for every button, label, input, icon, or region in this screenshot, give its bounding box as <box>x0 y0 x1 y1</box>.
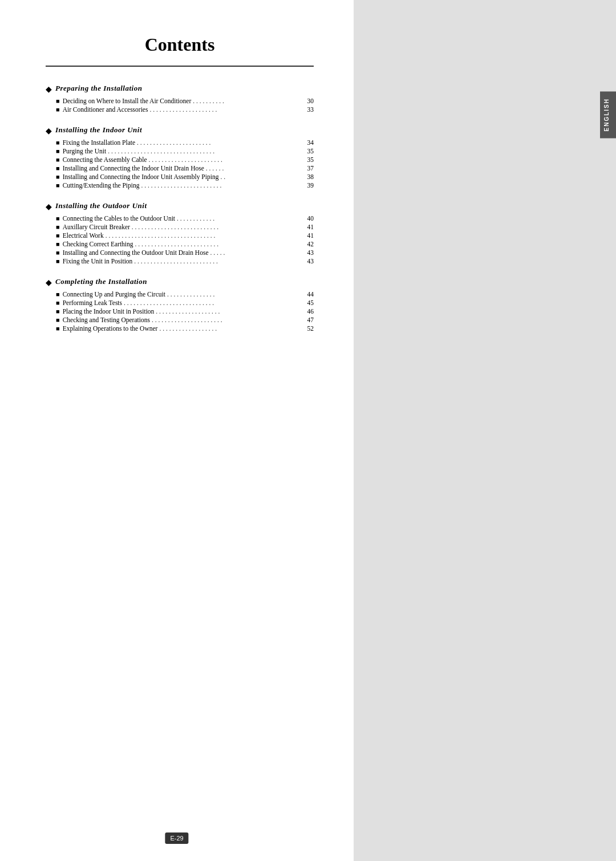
diamond-icon: ◆ <box>46 278 52 287</box>
entry-label: Installing and Connecting the Indoor Uni… <box>63 173 219 180</box>
toc-entry: ■Cutting/Extending the Piping. . . . . .… <box>46 182 314 189</box>
toc-entry: ■Connecting the Assembly Cable. . . . . … <box>46 156 314 163</box>
entry-bullet: ■ <box>56 316 60 323</box>
entry-page: 52 <box>299 325 314 332</box>
entry-label: Installing and Connecting the Indoor Uni… <box>63 165 204 172</box>
toc-container: ◆Preparing the Installation■Deciding on … <box>46 84 314 332</box>
entry-label: Placing the Indoor Unit in Position <box>63 308 155 315</box>
entry-dots: . . . . . . <box>206 165 298 172</box>
diamond-icon: ◆ <box>46 126 52 136</box>
toc-entry: ■Fixing the Unit in Position. . . . . . … <box>46 258 314 265</box>
entry-dots: . . . . . . . . . . . . . . . <box>167 291 298 298</box>
entry-page: 47 <box>299 316 314 323</box>
toc-entry: ■Deciding on Where to Install the Air Co… <box>46 98 314 104</box>
toc-entry: ■Installing and Connecting the Indoor Un… <box>46 173 314 180</box>
toc-entry: ■Explaining Operations to the Owner. . .… <box>46 325 314 332</box>
entry-bullet: ■ <box>56 173 60 180</box>
entry-label: Fixing the Installation Plate <box>63 139 135 146</box>
entry-dots: . . . . . . . . . . . . . . . . . . . . <box>156 308 298 315</box>
entry-label: Checking Correct Earthing <box>63 241 133 247</box>
title-divider <box>46 66 314 67</box>
entry-page: 35 <box>299 148 314 155</box>
entry-bullet: ■ <box>56 215 60 222</box>
entry-page: 43 <box>299 258 314 265</box>
toc-entry: ■Installing and Connecting the Indoor Un… <box>46 165 314 172</box>
page-title: Contents <box>46 34 314 55</box>
entry-bullet: ■ <box>56 224 60 230</box>
toc-entry: ■Auxillary Circuit Breaker. . . . . . . … <box>46 224 314 230</box>
entry-label: Explaining Operations to the Owner <box>63 325 158 332</box>
entry-bullet: ■ <box>56 182 60 189</box>
page-number: E-29 <box>170 835 183 842</box>
section-title-preparing: Preparing the Installation <box>55 84 142 93</box>
entry-label: Connecting the Assembly Cable <box>63 156 147 163</box>
entry-dots: . . . . . . . . . . . . <box>177 215 298 222</box>
toc-entry: ■Checking Correct Earthing. . . . . . . … <box>46 241 314 247</box>
entry-page: 41 <box>299 232 314 239</box>
toc-entry: ■Placing the Indoor Unit in Position. . … <box>46 308 314 315</box>
language-tab: ENGLISH <box>600 91 616 138</box>
entry-bullet: ■ <box>56 139 60 146</box>
entry-dots: . . . . . . . . . . . . . . . . . . . . … <box>149 156 298 163</box>
entry-bullet: ■ <box>56 156 60 163</box>
entry-bullet: ■ <box>56 299 60 306</box>
entry-label: Fixing the Unit in Position <box>63 258 133 265</box>
entry-page: 40 <box>299 215 314 222</box>
entry-page: 41 <box>299 224 314 230</box>
entry-label: Deciding on Where to Install the Air Con… <box>63 98 192 104</box>
entry-dots: . . . . . . . . . . . . . . . . . . . . … <box>124 299 298 306</box>
entry-page: 45 <box>299 299 314 306</box>
entry-page: 44 <box>299 291 314 298</box>
entry-bullet: ■ <box>56 106 60 113</box>
entry-bullet: ■ <box>56 308 60 315</box>
entry-bullet: ■ <box>56 291 60 298</box>
entry-page: 46 <box>299 308 314 315</box>
toc-entry: ■Connecting the Cables to the Outdoor Un… <box>46 215 314 222</box>
toc-entry: ■Installing and Connecting the Outdoor U… <box>46 249 314 256</box>
entry-dots: . . <box>220 173 298 180</box>
entry-dots: . . . . . . . . . . . . . . . . . . . . … <box>132 224 298 230</box>
entry-label: Performing Leak Tests <box>63 299 122 306</box>
section-title-outdoor: Installing the Outdoor Unit <box>55 201 147 210</box>
entry-label: Installing and Connecting the Outdoor Un… <box>63 249 209 256</box>
entry-bullet: ■ <box>56 148 60 155</box>
entry-label: Cutting/Extending the Piping <box>63 182 140 189</box>
entry-dots: . . . . . . . . . . . . . . . . . . . . … <box>141 182 298 189</box>
entry-dots: . . . . . . . . . . . . . . . . . . . . … <box>134 258 298 265</box>
entry-bullet: ■ <box>56 241 60 247</box>
entry-label: Checking and Testing Operations <box>63 316 150 323</box>
entry-page: 35 <box>299 156 314 163</box>
section-title-indoor: Installing the Indoor Unit <box>55 125 142 135</box>
entry-label: Purging the Unit <box>63 148 106 155</box>
toc-entry: ■Fixing the Installation Plate. . . . . … <box>46 139 314 146</box>
entry-label: Electrical Work <box>63 232 104 239</box>
entry-label: Connecting the Cables to the Outdoor Uni… <box>63 215 175 222</box>
entry-label: Auxillary Circuit Breaker <box>63 224 130 230</box>
entry-page: 43 <box>299 249 314 256</box>
entry-page: 39 <box>299 182 314 189</box>
entry-label: Connecting Up and Purging the Circuit <box>63 291 165 298</box>
entry-dots: . . . . . <box>210 249 298 256</box>
entry-dots: . . . . . . . . . . . . . . . . . . . . … <box>108 148 298 155</box>
entry-dots: . . . . . . . . . . . . . . . . . . . . … <box>152 316 298 323</box>
entry-bullet: ■ <box>56 258 60 265</box>
entry-page: 34 <box>299 139 314 146</box>
entry-bullet: ■ <box>56 249 60 256</box>
entry-bullet: ■ <box>56 232 60 239</box>
entry-bullet: ■ <box>56 98 60 104</box>
entry-page: 38 <box>299 173 314 180</box>
entry-dots: . . . . . . . . . . . . . . . . . . <box>159 325 298 332</box>
section-outdoor: ◆Installing the Outdoor Unit■Connecting … <box>46 201 314 265</box>
entry-bullet: ■ <box>56 325 60 332</box>
toc-entry: ■Purging the Unit. . . . . . . . . . . .… <box>46 148 314 155</box>
entry-dots: . . . . . . . . . . . . . . . . . . . . … <box>106 232 298 239</box>
page-number-badge: E-29 <box>165 832 188 844</box>
entry-dots: . . . . . . . . . . . . . . . . . . . . … <box>135 241 298 247</box>
section-preparing: ◆Preparing the Installation■Deciding on … <box>46 84 314 113</box>
section-title-completing: Completing the Installation <box>55 277 147 286</box>
toc-entry: ■Electrical Work. . . . . . . . . . . . … <box>46 232 314 239</box>
diamond-icon: ◆ <box>46 202 52 212</box>
entry-dots: . . . . . . . . . . <box>193 98 298 104</box>
entry-bullet: ■ <box>56 165 60 172</box>
page-content: Contents ◆Preparing the Installation■Dec… <box>0 0 354 861</box>
